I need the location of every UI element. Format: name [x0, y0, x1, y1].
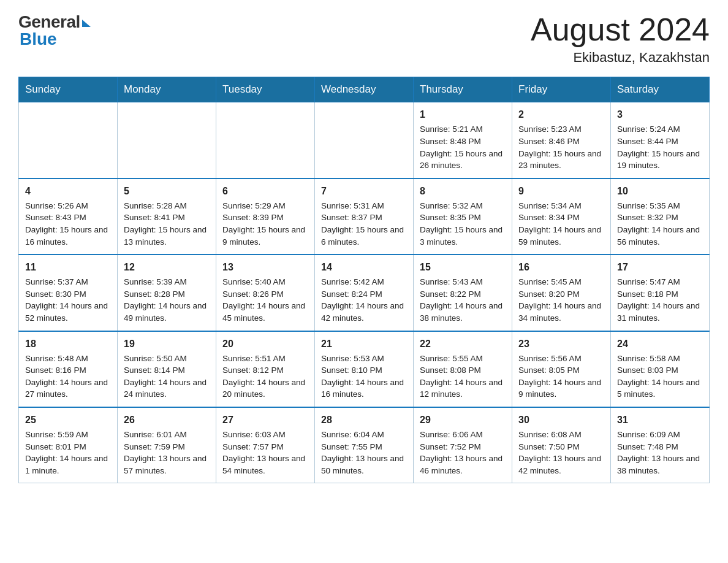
- day-number: 23: [518, 337, 604, 351]
- day-info: Sunrise: 6:01 AMSunset: 7:59 PMDaylight:…: [124, 429, 210, 477]
- day-number: 22: [420, 337, 506, 351]
- day-info: Sunrise: 5:37 AMSunset: 8:30 PMDaylight:…: [25, 276, 111, 324]
- day-info: Sunrise: 6:09 AMSunset: 7:48 PMDaylight:…: [617, 429, 703, 477]
- day-number: 1: [420, 107, 506, 121]
- day-info: Sunrise: 5:45 AMSunset: 8:20 PMDaylight:…: [518, 276, 604, 324]
- logo-blue-text: Blue: [20, 29, 57, 49]
- day-number: 10: [617, 184, 703, 198]
- calendar-header-thursday: Thursday: [414, 77, 512, 102]
- day-number: 2: [518, 107, 604, 121]
- calendar-cell: 9Sunrise: 5:34 AMSunset: 8:34 PMDaylight…: [512, 178, 611, 255]
- day-info: Sunrise: 5:21 AMSunset: 8:48 PMDaylight:…: [420, 123, 506, 171]
- calendar-cell: 14Sunrise: 5:42 AMSunset: 8:24 PMDayligh…: [315, 255, 414, 331]
- day-number: 27: [222, 413, 308, 427]
- day-info: Sunrise: 5:34 AMSunset: 8:34 PMDaylight:…: [518, 200, 604, 248]
- calendar-cell: 31Sunrise: 6:09 AMSunset: 7:48 PMDayligh…: [611, 407, 710, 483]
- day-number: 14: [321, 260, 407, 274]
- calendar-cell: 10Sunrise: 5:35 AMSunset: 8:32 PMDayligh…: [611, 178, 710, 255]
- day-info: Sunrise: 5:48 AMSunset: 8:16 PMDaylight:…: [25, 353, 111, 400]
- day-number: 3: [617, 107, 703, 121]
- calendar-cell: 6Sunrise: 5:29 AMSunset: 8:39 PMDaylight…: [216, 178, 315, 255]
- day-info: Sunrise: 5:26 AMSunset: 8:43 PMDaylight:…: [25, 200, 111, 248]
- calendar-header-saturday: Saturday: [611, 77, 710, 102]
- calendar-header-friday: Friday: [512, 77, 611, 102]
- day-info: Sunrise: 5:47 AMSunset: 8:18 PMDaylight:…: [617, 276, 703, 324]
- day-number: 13: [222, 260, 308, 274]
- day-info: Sunrise: 5:40 AMSunset: 8:26 PMDaylight:…: [222, 276, 308, 324]
- day-number: 16: [518, 260, 604, 274]
- calendar-cell: 21Sunrise: 5:53 AMSunset: 8:10 PMDayligh…: [315, 331, 414, 407]
- day-number: 19: [124, 337, 210, 351]
- day-number: 20: [222, 337, 308, 351]
- calendar-header-sunday: Sunday: [19, 77, 118, 102]
- day-number: 25: [25, 413, 111, 427]
- logo-triangle-icon: [82, 20, 91, 27]
- day-info: Sunrise: 6:04 AMSunset: 7:55 PMDaylight:…: [321, 429, 407, 477]
- calendar-week-row: 18Sunrise: 5:48 AMSunset: 8:16 PMDayligh…: [19, 331, 710, 407]
- day-info: Sunrise: 5:23 AMSunset: 8:46 PMDaylight:…: [518, 123, 604, 171]
- day-number: 5: [124, 184, 210, 198]
- calendar-cell: 27Sunrise: 6:03 AMSunset: 7:57 PMDayligh…: [216, 407, 315, 483]
- day-info: Sunrise: 6:03 AMSunset: 7:57 PMDaylight:…: [222, 429, 308, 477]
- calendar-cell: 22Sunrise: 5:55 AMSunset: 8:08 PMDayligh…: [414, 331, 512, 407]
- day-number: 21: [321, 337, 407, 351]
- calendar-cell: 7Sunrise: 5:31 AMSunset: 8:37 PMDaylight…: [315, 178, 414, 255]
- day-number: 12: [124, 260, 210, 274]
- day-info: Sunrise: 5:35 AMSunset: 8:32 PMDaylight:…: [617, 200, 703, 248]
- day-info: Sunrise: 5:43 AMSunset: 8:22 PMDaylight:…: [420, 276, 506, 324]
- day-number: 29: [420, 413, 506, 427]
- calendar-cell: 26Sunrise: 6:01 AMSunset: 7:59 PMDayligh…: [118, 407, 216, 483]
- location-text: Ekibastuz, Kazakhstan: [531, 50, 710, 66]
- day-info: Sunrise: 5:29 AMSunset: 8:39 PMDaylight:…: [222, 200, 308, 248]
- day-info: Sunrise: 5:51 AMSunset: 8:12 PMDaylight:…: [222, 353, 308, 400]
- calendar-table: SundayMondayTuesdayWednesdayThursdayFrid…: [18, 77, 710, 483]
- day-number: 28: [321, 413, 407, 427]
- day-info: Sunrise: 6:08 AMSunset: 7:50 PMDaylight:…: [518, 429, 604, 477]
- calendar-cell: 5Sunrise: 5:28 AMSunset: 8:41 PMDaylight…: [118, 178, 216, 255]
- calendar-cell: 16Sunrise: 5:45 AMSunset: 8:20 PMDayligh…: [512, 255, 611, 331]
- calendar-cell: [216, 102, 315, 178]
- page-header: General Blue August 2024 Ekibastuz, Kaza…: [18, 12, 710, 66]
- calendar-cell: 1Sunrise: 5:21 AMSunset: 8:48 PMDaylight…: [414, 102, 512, 178]
- calendar-cell: 28Sunrise: 6:04 AMSunset: 7:55 PMDayligh…: [315, 407, 414, 483]
- day-number: 9: [518, 184, 604, 198]
- day-info: Sunrise: 5:32 AMSunset: 8:35 PMDaylight:…: [420, 200, 506, 248]
- calendar-header-tuesday: Tuesday: [216, 77, 315, 102]
- calendar-cell: 25Sunrise: 5:59 AMSunset: 8:01 PMDayligh…: [19, 407, 118, 483]
- title-block: August 2024 Ekibastuz, Kazakhstan: [531, 12, 710, 66]
- calendar-cell: 23Sunrise: 5:56 AMSunset: 8:05 PMDayligh…: [512, 331, 611, 407]
- day-number: 6: [222, 184, 308, 198]
- day-info: Sunrise: 6:06 AMSunset: 7:52 PMDaylight:…: [420, 429, 506, 477]
- day-info: Sunrise: 5:24 AMSunset: 8:44 PMDaylight:…: [617, 123, 703, 171]
- calendar-header-row: SundayMondayTuesdayWednesdayThursdayFrid…: [19, 77, 710, 102]
- calendar-cell: 3Sunrise: 5:24 AMSunset: 8:44 PMDaylight…: [611, 102, 710, 178]
- day-number: 26: [124, 413, 210, 427]
- day-info: Sunrise: 5:42 AMSunset: 8:24 PMDaylight:…: [321, 276, 407, 324]
- calendar-cell: 15Sunrise: 5:43 AMSunset: 8:22 PMDayligh…: [414, 255, 512, 331]
- day-number: 31: [617, 413, 703, 427]
- day-number: 30: [518, 413, 604, 427]
- calendar-cell: [315, 102, 414, 178]
- calendar-header-wednesday: Wednesday: [315, 77, 414, 102]
- day-number: 24: [617, 337, 703, 351]
- calendar-cell: 11Sunrise: 5:37 AMSunset: 8:30 PMDayligh…: [19, 255, 118, 331]
- day-info: Sunrise: 5:31 AMSunset: 8:37 PMDaylight:…: [321, 200, 407, 248]
- calendar-cell: 19Sunrise: 5:50 AMSunset: 8:14 PMDayligh…: [118, 331, 216, 407]
- calendar-week-row: 25Sunrise: 5:59 AMSunset: 8:01 PMDayligh…: [19, 407, 710, 483]
- day-info: Sunrise: 5:55 AMSunset: 8:08 PMDaylight:…: [420, 353, 506, 400]
- day-number: 8: [420, 184, 506, 198]
- day-number: 11: [25, 260, 111, 274]
- calendar-cell: 29Sunrise: 6:06 AMSunset: 7:52 PMDayligh…: [414, 407, 512, 483]
- calendar-cell: 18Sunrise: 5:48 AMSunset: 8:16 PMDayligh…: [19, 331, 118, 407]
- day-info: Sunrise: 5:58 AMSunset: 8:03 PMDaylight:…: [617, 353, 703, 400]
- calendar-cell: 20Sunrise: 5:51 AMSunset: 8:12 PMDayligh…: [216, 331, 315, 407]
- calendar-week-row: 4Sunrise: 5:26 AMSunset: 8:43 PMDaylight…: [19, 178, 710, 255]
- calendar-cell: 4Sunrise: 5:26 AMSunset: 8:43 PMDaylight…: [19, 178, 118, 255]
- day-info: Sunrise: 5:39 AMSunset: 8:28 PMDaylight:…: [124, 276, 210, 324]
- calendar-cell: 2Sunrise: 5:23 AMSunset: 8:46 PMDaylight…: [512, 102, 611, 178]
- day-info: Sunrise: 5:59 AMSunset: 8:01 PMDaylight:…: [25, 429, 111, 477]
- day-number: 18: [25, 337, 111, 351]
- calendar-cell: 17Sunrise: 5:47 AMSunset: 8:18 PMDayligh…: [611, 255, 710, 331]
- calendar-header-monday: Monday: [118, 77, 216, 102]
- calendar-cell: 12Sunrise: 5:39 AMSunset: 8:28 PMDayligh…: [118, 255, 216, 331]
